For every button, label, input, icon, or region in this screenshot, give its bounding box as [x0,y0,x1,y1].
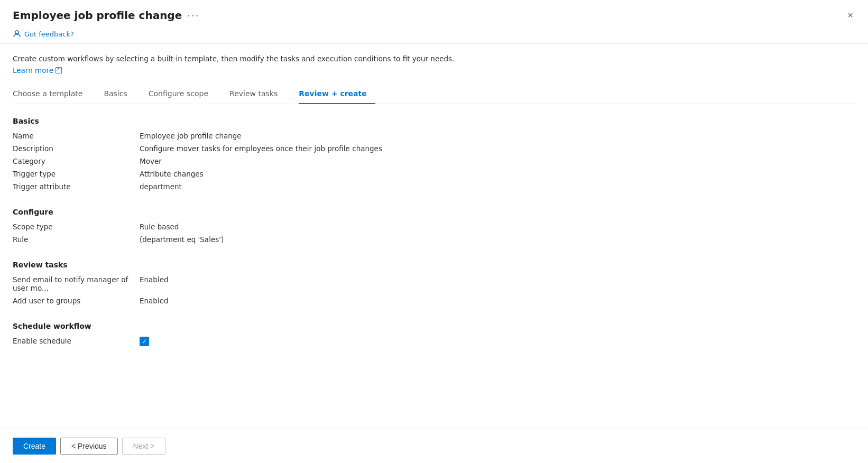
field-label-description: Description [13,144,140,153]
content-area: Create custom workflows by selecting a b… [0,44,868,429]
schedule-workflow-section: Schedule workflow Enable schedule [13,322,855,350]
field-row-trigger-attribute: Trigger attribute department [13,182,855,191]
review-tasks-section-title: Review tasks [13,261,855,269]
field-label-rule: Rule [13,235,140,244]
tab-basics[interactable]: Basics [104,85,135,104]
field-row-description: Description Configure mover tasks for em… [13,144,855,153]
field-row-scope-type: Scope type Rule based [13,223,855,231]
field-row-name: Name Employee job profile change [13,132,855,140]
next-button: Next > [122,438,166,455]
description-text: Create custom workflows by selecting a b… [13,54,855,63]
configure-section: Configure Scope type Rule based Rule (de… [13,208,855,248]
field-row-enable-schedule: Enable schedule [13,337,855,346]
feedback-bar: Got feedback? [0,26,868,44]
external-link-icon [56,67,62,73]
close-button[interactable]: × [845,8,855,22]
tab-configure-scope[interactable]: Configure scope [149,85,217,104]
field-label-scope-type: Scope type [13,223,140,231]
field-row-send-email: Send email to notify manager of user mo.… [13,275,855,292]
svg-point-0 [15,31,19,34]
footer: Create < Previous Next > [0,429,868,463]
field-value-send-email: Enabled [140,275,169,284]
enable-schedule-checkbox[interactable] [140,337,149,346]
field-row-add-user-groups: Add user to groups Enabled [13,297,855,305]
field-value-rule: (department eq 'Sales') [140,235,224,244]
field-row-trigger-type: Trigger type Attribute changes [13,170,855,178]
field-value-trigger-attribute: department [140,182,182,191]
tab-review-create[interactable]: Review + create [299,85,375,104]
learn-more-link[interactable]: Learn more [13,66,855,75]
feedback-link[interactable]: Got feedback? [13,30,855,38]
schedule-workflow-section-title: Schedule workflow [13,322,855,330]
field-label-trigger-type: Trigger type [13,170,140,178]
field-row-category: Category Mover [13,157,855,165]
field-label-add-user-groups: Add user to groups [13,297,140,305]
configure-section-title: Configure [13,208,855,216]
field-value-name: Employee job profile change [140,132,242,140]
field-row-rule: Rule (department eq 'Sales') [13,235,855,244]
tab-review-tasks[interactable]: Review tasks [229,85,286,104]
dialog-header: Employee job profile change ··· × [0,0,868,26]
previous-button[interactable]: < Previous [60,438,118,455]
field-value-trigger-type: Attribute changes [140,170,204,178]
field-label-trigger-attribute: Trigger attribute [13,182,140,191]
review-tasks-section: Review tasks Send email to notify manage… [13,261,855,309]
more-options-icon[interactable]: ··· [187,10,199,21]
tab-bar: Choose a template Basics Configure scope… [13,85,855,104]
enable-schedule-checkbox-container [140,337,149,346]
basics-section: Basics Name Employee job profile change … [13,117,855,195]
field-value-description: Configure mover tasks for employees once… [140,144,382,153]
create-button[interactable]: Create [13,438,56,455]
basics-section-title: Basics [13,117,855,125]
field-value-category: Mover [140,157,162,165]
field-label-name: Name [13,132,140,140]
field-value-add-user-groups: Enabled [140,297,169,305]
dialog-title: Employee job profile change [13,9,182,22]
field-label-enable-schedule: Enable schedule [13,337,140,345]
field-value-scope-type: Rule based [140,223,179,231]
field-label-category: Category [13,157,140,165]
tab-choose-template[interactable]: Choose a template [13,85,91,104]
field-label-send-email: Send email to notify manager of user mo.… [13,275,140,292]
feedback-icon [13,30,21,38]
